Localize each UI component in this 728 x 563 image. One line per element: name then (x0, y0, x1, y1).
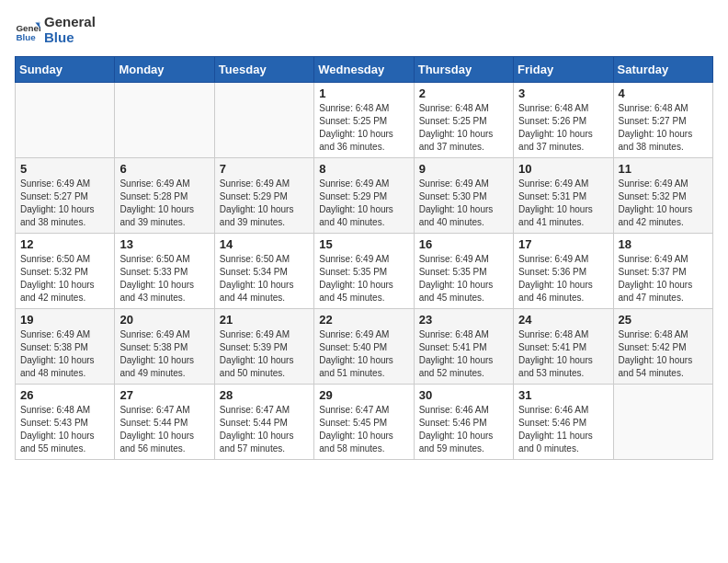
day-cell-10: 10Sunrise: 6:49 AM Sunset: 5:31 PM Dayli… (514, 158, 613, 234)
day-number: 27 (119, 388, 209, 402)
day-number: 13 (119, 237, 209, 251)
day-info: Sunrise: 6:46 AM Sunset: 5:46 PM Dayligh… (419, 404, 508, 455)
day-number: 8 (319, 162, 408, 176)
day-info: Sunrise: 6:49 AM Sunset: 5:28 PM Dayligh… (119, 178, 209, 229)
day-number: 21 (220, 313, 309, 327)
day-info: Sunrise: 6:47 AM Sunset: 5:44 PM Dayligh… (220, 404, 309, 455)
day-cell-29: 29Sunrise: 6:47 AM Sunset: 5:45 PM Dayli… (314, 385, 414, 460)
week-row-1: 1Sunrise: 6:48 AM Sunset: 5:25 PM Daylig… (16, 83, 713, 158)
day-cell-18: 18Sunrise: 6:49 AM Sunset: 5:37 PM Dayli… (613, 234, 712, 309)
weekday-header-wednesday: Wednesday (314, 57, 414, 83)
logo-icon: General Blue (15, 17, 40, 43)
logo-blue: Blue (44, 30, 96, 46)
weekday-header-row: SundayMondayTuesdayWednesdayThursdayFrid… (16, 57, 713, 83)
day-number: 14 (220, 237, 309, 251)
day-info: Sunrise: 6:49 AM Sunset: 5:32 PM Dayligh… (619, 178, 708, 229)
day-info: Sunrise: 6:49 AM Sunset: 5:29 PM Dayligh… (220, 178, 309, 229)
week-row-5: 26Sunrise: 6:48 AM Sunset: 5:43 PM Dayli… (16, 385, 713, 460)
day-cell-12: 12Sunrise: 6:50 AM Sunset: 5:32 PM Dayli… (16, 234, 115, 309)
empty-cell (214, 83, 313, 158)
day-cell-30: 30Sunrise: 6:46 AM Sunset: 5:46 PM Dayli… (414, 385, 513, 460)
day-info: Sunrise: 6:48 AM Sunset: 5:42 PM Dayligh… (619, 328, 708, 380)
day-cell-25: 25Sunrise: 6:48 AM Sunset: 5:42 PM Dayli… (613, 309, 712, 385)
day-info: Sunrise: 6:49 AM Sunset: 5:27 PM Dayligh… (20, 178, 109, 229)
day-number: 22 (319, 313, 408, 327)
day-number: 1 (319, 86, 408, 100)
day-info: Sunrise: 6:49 AM Sunset: 5:40 PM Dayligh… (319, 328, 408, 380)
day-number: 23 (419, 313, 508, 327)
day-info: Sunrise: 6:46 AM Sunset: 5:46 PM Dayligh… (518, 404, 608, 455)
day-number: 2 (419, 86, 508, 100)
day-cell-3: 3Sunrise: 6:48 AM Sunset: 5:26 PM Daylig… (514, 83, 613, 158)
day-number: 6 (119, 162, 209, 176)
day-number: 26 (20, 388, 109, 402)
day-number: 11 (619, 162, 708, 176)
day-number: 29 (319, 388, 408, 402)
empty-cell (613, 385, 712, 460)
day-info: Sunrise: 6:48 AM Sunset: 5:25 PM Dayligh… (419, 102, 508, 154)
day-info: Sunrise: 6:49 AM Sunset: 5:38 PM Dayligh… (119, 328, 209, 380)
weekday-header-saturday: Saturday (613, 57, 712, 83)
day-cell-21: 21Sunrise: 6:49 AM Sunset: 5:39 PM Dayli… (214, 309, 313, 385)
weekday-header-thursday: Thursday (414, 57, 513, 83)
day-number: 4 (619, 86, 708, 100)
day-cell-26: 26Sunrise: 6:48 AM Sunset: 5:43 PM Dayli… (16, 385, 115, 460)
day-cell-27: 27Sunrise: 6:47 AM Sunset: 5:44 PM Dayli… (115, 385, 214, 460)
day-cell-19: 19Sunrise: 6:49 AM Sunset: 5:38 PM Dayli… (16, 309, 115, 385)
day-number: 10 (518, 162, 608, 176)
day-number: 30 (419, 388, 508, 402)
header: General Blue General Blue (15, 15, 713, 45)
day-number: 16 (419, 237, 508, 251)
day-cell-23: 23Sunrise: 6:48 AM Sunset: 5:41 PM Dayli… (414, 309, 513, 385)
day-info: Sunrise: 6:49 AM Sunset: 5:30 PM Dayligh… (419, 178, 508, 229)
day-info: Sunrise: 6:49 AM Sunset: 5:35 PM Dayligh… (419, 253, 508, 304)
day-info: Sunrise: 6:49 AM Sunset: 5:36 PM Dayligh… (518, 253, 608, 304)
day-cell-20: 20Sunrise: 6:49 AM Sunset: 5:38 PM Dayli… (115, 309, 214, 385)
day-cell-17: 17Sunrise: 6:49 AM Sunset: 5:36 PM Dayli… (514, 234, 613, 309)
weekday-header-monday: Monday (115, 57, 214, 83)
day-info: Sunrise: 6:48 AM Sunset: 5:26 PM Dayligh… (518, 102, 608, 154)
day-info: Sunrise: 6:48 AM Sunset: 5:25 PM Dayligh… (319, 102, 408, 154)
day-info: Sunrise: 6:49 AM Sunset: 5:29 PM Dayligh… (319, 178, 408, 229)
day-cell-28: 28Sunrise: 6:47 AM Sunset: 5:44 PM Dayli… (214, 385, 313, 460)
empty-cell (16, 83, 115, 158)
day-info: Sunrise: 6:48 AM Sunset: 5:43 PM Dayligh… (20, 404, 109, 455)
day-cell-13: 13Sunrise: 6:50 AM Sunset: 5:33 PM Dayli… (115, 234, 214, 309)
day-info: Sunrise: 6:50 AM Sunset: 5:34 PM Dayligh… (220, 253, 309, 304)
day-cell-2: 2Sunrise: 6:48 AM Sunset: 5:25 PM Daylig… (414, 83, 513, 158)
logo-general: General (44, 15, 96, 30)
day-number: 25 (619, 313, 708, 327)
day-number: 20 (119, 313, 209, 327)
day-number: 17 (518, 237, 608, 251)
day-info: Sunrise: 6:47 AM Sunset: 5:45 PM Dayligh… (319, 404, 408, 455)
day-cell-8: 8Sunrise: 6:49 AM Sunset: 5:29 PM Daylig… (314, 158, 414, 234)
week-row-2: 5Sunrise: 6:49 AM Sunset: 5:27 PM Daylig… (16, 158, 713, 234)
day-cell-5: 5Sunrise: 6:49 AM Sunset: 5:27 PM Daylig… (16, 158, 115, 234)
day-cell-6: 6Sunrise: 6:49 AM Sunset: 5:28 PM Daylig… (115, 158, 214, 234)
day-cell-4: 4Sunrise: 6:48 AM Sunset: 5:27 PM Daylig… (613, 83, 712, 158)
day-number: 19 (20, 313, 109, 327)
day-info: Sunrise: 6:48 AM Sunset: 5:41 PM Dayligh… (518, 328, 608, 380)
day-info: Sunrise: 6:49 AM Sunset: 5:35 PM Dayligh… (319, 253, 408, 304)
day-cell-15: 15Sunrise: 6:49 AM Sunset: 5:35 PM Dayli… (314, 234, 414, 309)
day-info: Sunrise: 6:49 AM Sunset: 5:39 PM Dayligh… (220, 328, 309, 380)
calendar-table: SundayMondayTuesdayWednesdayThursdayFrid… (15, 56, 713, 460)
week-row-3: 12Sunrise: 6:50 AM Sunset: 5:32 PM Dayli… (16, 234, 713, 309)
day-number: 5 (20, 162, 109, 176)
day-number: 9 (419, 162, 508, 176)
logo: General Blue General Blue (15, 15, 96, 45)
day-info: Sunrise: 6:49 AM Sunset: 5:31 PM Dayligh… (518, 178, 608, 229)
svg-text:Blue: Blue (16, 32, 36, 42)
day-number: 31 (518, 388, 608, 402)
day-cell-7: 7Sunrise: 6:49 AM Sunset: 5:29 PM Daylig… (214, 158, 313, 234)
day-info: Sunrise: 6:48 AM Sunset: 5:27 PM Dayligh… (619, 102, 708, 154)
day-info: Sunrise: 6:49 AM Sunset: 5:38 PM Dayligh… (20, 328, 109, 380)
day-cell-1: 1Sunrise: 6:48 AM Sunset: 5:25 PM Daylig… (314, 83, 414, 158)
day-info: Sunrise: 6:47 AM Sunset: 5:44 PM Dayligh… (119, 404, 209, 455)
weekday-header-sunday: Sunday (16, 57, 115, 83)
day-cell-9: 9Sunrise: 6:49 AM Sunset: 5:30 PM Daylig… (414, 158, 513, 234)
day-info: Sunrise: 6:50 AM Sunset: 5:33 PM Dayligh… (119, 253, 209, 304)
day-cell-31: 31Sunrise: 6:46 AM Sunset: 5:46 PM Dayli… (514, 385, 613, 460)
day-number: 24 (518, 313, 608, 327)
day-number: 12 (20, 237, 109, 251)
